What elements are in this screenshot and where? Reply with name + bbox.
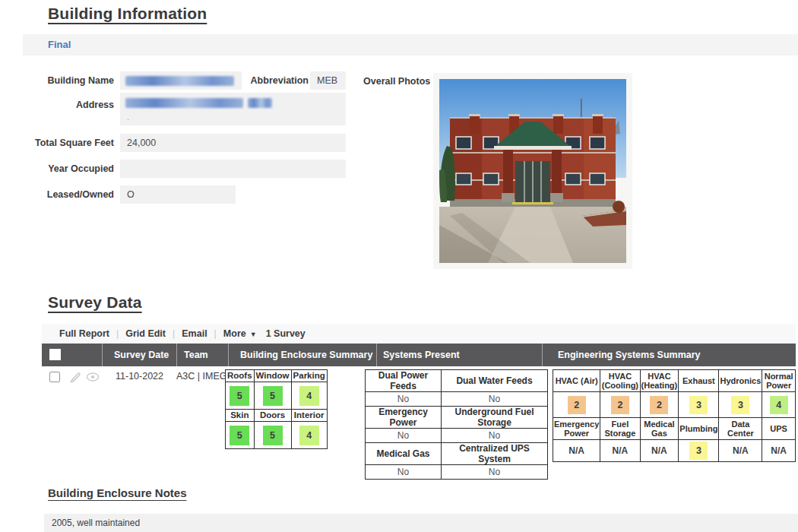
full-report-button[interactable]: Full Report bbox=[59, 328, 109, 339]
systems-present-table: Dual Power Feeds Dual Water Feeds No No … bbox=[365, 369, 548, 480]
building-enclosure-notes-heading: Building Enclosure Notes bbox=[48, 486, 187, 499]
engineering-header: HVAC (Cooling) bbox=[600, 370, 640, 392]
building-enclosure-summary-table: Roofs Window Parking 5 5 4 Skin Doors In… bbox=[225, 369, 328, 449]
engineering-header: Emergency Power bbox=[553, 418, 600, 440]
engineering-header: HVAC (Heating) bbox=[640, 370, 679, 392]
engineering-header: Normal Power bbox=[762, 370, 796, 392]
rating-na: N/A bbox=[719, 440, 762, 462]
survey-table-header: Survey Date Team Building Enclosure Summ… bbox=[42, 344, 796, 366]
rating-badge: 5 bbox=[230, 426, 249, 445]
total-square-feet-field[interactable]: 24,000 bbox=[120, 134, 346, 152]
rating-badge: 3 bbox=[689, 396, 708, 414]
survey-date-value: 11-10-2022 bbox=[116, 371, 163, 382]
rating-badge: 5 bbox=[230, 386, 249, 406]
address-line2: . bbox=[127, 112, 129, 122]
system-value: No bbox=[366, 429, 442, 443]
engineering-header: Plumbing bbox=[679, 418, 719, 440]
toolbar-separator: | bbox=[173, 328, 175, 339]
toolbar-separator: | bbox=[116, 328, 119, 339]
enclosure-header: Window bbox=[254, 370, 291, 382]
chevron-down-icon: ▼ bbox=[250, 331, 257, 338]
system-label: Centralized UPS System bbox=[442, 443, 548, 465]
engineering-header: Exhaust bbox=[679, 370, 719, 392]
leased-owned-value: O bbox=[120, 185, 236, 204]
redacted-address-1 bbox=[125, 98, 243, 108]
system-label: Medical Gas bbox=[366, 443, 442, 465]
survey-table: Full Report|Grid Edit|Email|More▼1 Surve… bbox=[42, 324, 796, 473]
abbreviation-label: Abbreviation bbox=[195, 71, 309, 90]
rating-badge: 4 bbox=[299, 386, 319, 406]
building-enclosure-notes-value: 2005, well maintained bbox=[44, 514, 798, 532]
abbreviation-field[interactable]: MEB bbox=[310, 71, 346, 90]
building-enclosure-notes-field[interactable]: 2005, well maintained bbox=[44, 514, 798, 532]
survey-data-heading: Survey Data bbox=[48, 293, 142, 312]
select-all-checkbox[interactable] bbox=[49, 349, 61, 360]
rating-badge: 2 bbox=[611, 396, 629, 414]
rating-badge: 3 bbox=[731, 396, 749, 414]
email-button[interactable]: Email bbox=[182, 328, 207, 339]
building-name-label: Building Name bbox=[0, 71, 114, 90]
engineering-header: HVAC (Air) bbox=[553, 370, 600, 392]
engineering-header: UPS bbox=[762, 418, 796, 440]
system-label: Dual Water Feeds bbox=[442, 370, 548, 392]
toolbar-separator: | bbox=[214, 328, 217, 339]
column-systems-present[interactable]: Systems Present bbox=[383, 344, 460, 366]
total-square-feet-label: Total Square Feet bbox=[0, 134, 114, 152]
enclosure-header: Skin bbox=[226, 410, 255, 422]
column-building-enclosure-summary[interactable]: Building Enclosure Summary bbox=[240, 344, 372, 366]
enclosure-header: Doors bbox=[254, 410, 291, 422]
system-label: Emergency Power bbox=[366, 407, 442, 429]
rating-badge: 5 bbox=[263, 386, 283, 406]
rating-badge: 2 bbox=[568, 396, 586, 414]
year-occupied-label: Year Occupied bbox=[0, 160, 114, 178]
engineering-header: Fuel Storage bbox=[600, 418, 640, 440]
rating-na: N/A bbox=[640, 440, 679, 462]
rating-badge: 2 bbox=[650, 396, 668, 414]
more-menu-button[interactable]: More▼ bbox=[223, 328, 257, 339]
building-report-page: Building Information Final Building Name… bbox=[0, 0, 798, 532]
team-value: A3C | IMEG bbox=[176, 371, 226, 382]
overall-photo-frame bbox=[433, 73, 632, 269]
view-eye-icon[interactable] bbox=[86, 372, 100, 382]
system-value: No bbox=[366, 465, 442, 480]
status-bar: Final bbox=[23, 34, 798, 55]
column-engineering-systems-summary[interactable]: Engineering Systems Summary bbox=[558, 344, 701, 366]
column-team[interactable]: Team bbox=[184, 344, 208, 366]
address-field[interactable]: . bbox=[120, 93, 346, 125]
system-label: Dual Power Feeds bbox=[366, 370, 442, 392]
engineering-header: Hydronics bbox=[719, 370, 762, 392]
rating-badge: 4 bbox=[770, 396, 788, 414]
rating-badge: 3 bbox=[689, 442, 708, 460]
building-photo[interactable] bbox=[439, 79, 626, 263]
system-value: No bbox=[442, 465, 548, 480]
status-badge: Final bbox=[23, 34, 798, 55]
system-value: No bbox=[442, 429, 548, 443]
rating-na: N/A bbox=[553, 440, 600, 462]
rating-na: N/A bbox=[600, 440, 640, 462]
edit-pencil-icon[interactable] bbox=[69, 372, 81, 383]
column-survey-date[interactable]: Survey Date bbox=[114, 344, 169, 366]
enclosure-header: Interior bbox=[291, 410, 327, 422]
engineering-header: Medical Gas bbox=[640, 418, 679, 440]
rating-badge: 4 bbox=[299, 426, 319, 445]
rating-badge: 5 bbox=[263, 426, 283, 445]
engineering-header: Data Center bbox=[719, 418, 762, 440]
address-label: Address bbox=[0, 97, 114, 112]
engineering-systems-summary-table: HVAC (Air) HVAC (Cooling) HVAC (Heating)… bbox=[553, 369, 796, 462]
leased-owned-field[interactable]: O bbox=[120, 185, 236, 204]
leased-owned-label: Leased/Owned bbox=[0, 185, 114, 204]
enclosure-header: Roofs bbox=[226, 370, 255, 382]
redacted-address-2 bbox=[248, 98, 272, 108]
building-information-heading: Building Information bbox=[48, 5, 207, 23]
survey-row: 11-10-2022 A3C | IMEG Roofs Window Parki… bbox=[42, 366, 796, 473]
grid-edit-button[interactable]: Grid Edit bbox=[125, 328, 166, 339]
survey-count: 1 Survey bbox=[266, 328, 306, 339]
rating-na: N/A bbox=[762, 440, 796, 462]
system-value: No bbox=[442, 392, 548, 407]
system-value: No bbox=[366, 392, 442, 407]
row-checkbox[interactable] bbox=[49, 372, 60, 382]
year-occupied-field[interactable] bbox=[120, 160, 346, 178]
enclosure-header: Parking bbox=[291, 370, 327, 382]
total-square-feet-value: 24,000 bbox=[120, 134, 346, 152]
abbreviation-value: MEB bbox=[310, 71, 346, 90]
